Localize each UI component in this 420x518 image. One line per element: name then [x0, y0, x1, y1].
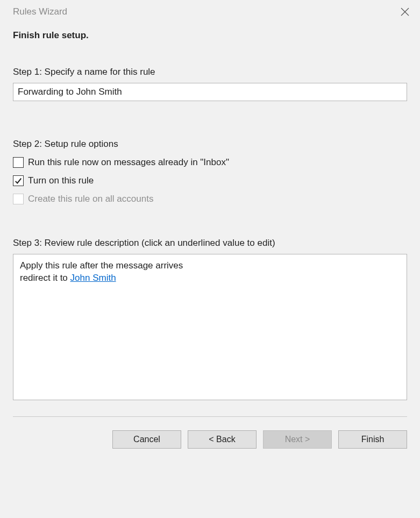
finish-button[interactable]: Finish [338, 430, 407, 449]
rules-wizard-dialog: Rules Wizard Finish rule setup. Step 1: … [0, 0, 420, 518]
description-line1: Apply this rule after the message arrive… [20, 260, 400, 272]
turn-on-checkbox[interactable] [13, 175, 24, 186]
dialog-title: Rules Wizard [13, 6, 67, 17]
all-accounts-label: Create this rule on all accounts [28, 194, 153, 204]
step3-label: Step 3: Review rule description (click a… [13, 238, 407, 249]
run-now-label: Run this rule now on messages already in… [28, 157, 229, 168]
option-all-accounts-row: Create this rule on all accounts [13, 194, 407, 204]
step2-section: Step 2: Setup rule options Run this rule… [13, 139, 407, 204]
button-row: Cancel < Back Next > Finish [0, 422, 420, 449]
dialog-content: Finish rule setup. Step 1: Specify a nam… [0, 17, 420, 417]
titlebar: Rules Wizard [0, 0, 420, 17]
option-turn-on-row: Turn on this rule [13, 175, 407, 186]
step1-label: Step 1: Specify a name for this rule [13, 67, 407, 77]
all-accounts-checkbox [13, 194, 24, 204]
redirect-target-link[interactable]: John Smith [70, 273, 116, 283]
rule-name-input[interactable] [13, 83, 407, 101]
finish-heading: Finish rule setup. [13, 30, 407, 41]
step2-label: Step 2: Setup rule options [13, 139, 407, 150]
step3-section: Step 3: Review rule description (click a… [13, 238, 407, 400]
next-button: Next > [263, 430, 332, 449]
option-run-now-row: Run this rule now on messages already in… [13, 157, 407, 168]
turn-on-label: Turn on this rule [28, 175, 94, 186]
run-now-checkbox[interactable] [13, 157, 24, 168]
description-line2: redirect it to John Smith [20, 272, 400, 285]
close-icon[interactable] [400, 6, 410, 17]
back-button[interactable]: < Back [188, 430, 257, 449]
rule-description-box: Apply this rule after the message arrive… [13, 254, 407, 400]
button-separator [13, 416, 407, 417]
cancel-button[interactable]: Cancel [112, 430, 181, 449]
description-line2-prefix: redirect it to [20, 273, 70, 283]
